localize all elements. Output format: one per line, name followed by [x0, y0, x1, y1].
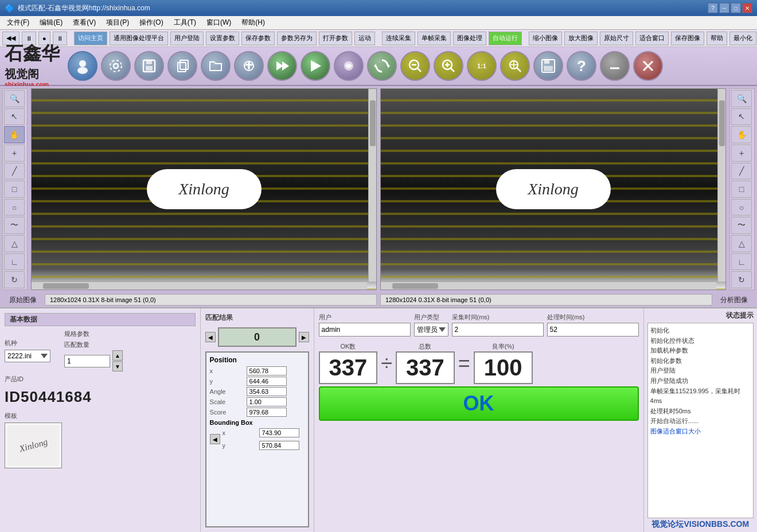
rtool-plus[interactable]: +: [731, 144, 752, 162]
icon-hand[interactable]: [234, 51, 264, 81]
rtool-wave[interactable]: 〜: [731, 217, 752, 234]
tool-triangle[interactable]: △: [4, 235, 25, 252]
btn-process[interactable]: 图像处理: [453, 32, 486, 45]
ok-label: OK数: [340, 342, 356, 351]
btn-login[interactable]: 用户登陆: [170, 32, 204, 45]
title-buttons: ? ─ □ ✕: [708, 3, 752, 13]
menu-help[interactable]: 帮助(H): [237, 17, 270, 29]
rtool-triangle[interactable]: △: [731, 235, 752, 252]
right-scrollbar-h[interactable]: [381, 281, 716, 290]
usertype-select[interactable]: 管理员: [414, 323, 448, 337]
btn-autorun[interactable]: 自动运行: [489, 32, 522, 45]
rtool-rect[interactable]: □: [731, 181, 752, 198]
btn-minimize[interactable]: 最小化: [729, 32, 756, 45]
btn-saveparam[interactable]: 保存参数: [241, 32, 275, 45]
btn-home[interactable]: 访问主页: [74, 32, 107, 45]
maximize-title-btn[interactable]: □: [731, 3, 741, 13]
btn-setparam[interactable]: 设置参数: [206, 32, 239, 45]
tool-plus[interactable]: +: [4, 144, 25, 162]
icon-user[interactable]: [68, 51, 97, 81]
tool-rect[interactable]: □: [4, 181, 25, 198]
menu-file[interactable]: 文件(F): [2, 17, 34, 29]
rtool-zoom[interactable]: 🔍: [731, 90, 752, 107]
match-count-down[interactable]: ▼: [112, 361, 123, 371]
btn-single[interactable]: 单帧采集: [417, 32, 451, 45]
icon-settings[interactable]: [101, 51, 131, 81]
btn-saveimg[interactable]: 保存图像: [671, 32, 704, 45]
log-title: 状态提示: [647, 311, 754, 320]
icon-imageprocess[interactable]: [334, 51, 364, 81]
right-scrollbar-v[interactable]: [717, 89, 725, 281]
icon-saveimage[interactable]: [533, 51, 563, 81]
menu-view[interactable]: 查看(V): [68, 17, 100, 29]
icon-autorun[interactable]: [367, 51, 397, 81]
rtool-hand[interactable]: ✋: [731, 126, 752, 143]
processtime-label: 处理时间(ms): [547, 313, 639, 322]
processtime-input[interactable]: [547, 323, 639, 337]
rtool-rotate[interactable]: ↻: [731, 271, 752, 288]
menu-tools[interactable]: 工具(T): [169, 17, 201, 29]
btn-saveas[interactable]: 参数另存为: [277, 32, 317, 45]
menu-project[interactable]: 项目(P): [102, 17, 134, 29]
tool-rotate[interactable]: ↻: [4, 271, 25, 288]
icon-help[interactable]: ?: [567, 51, 596, 81]
menu-window[interactable]: 窗口(W): [202, 17, 236, 29]
icon-open[interactable]: [201, 51, 231, 81]
btn-zoomout[interactable]: 缩小图像: [529, 32, 562, 45]
btn-platform[interactable]: 通用图像处理平台: [110, 32, 168, 45]
btn-openparam[interactable]: 打开参数: [319, 32, 352, 45]
icon-original-size[interactable]: 1:1: [467, 51, 497, 81]
result-nav-right[interactable]: ▶: [299, 332, 309, 342]
usertype-label: 用户类型: [414, 313, 448, 322]
right-cam-label-bg: Xinlong: [496, 169, 611, 209]
btn-motion[interactable]: 运动: [354, 32, 375, 45]
ok-button[interactable]: OK: [319, 386, 639, 421]
left-cam-label: Xinlong: [178, 180, 229, 198]
tool-angle[interactable]: ∟: [4, 253, 25, 271]
machine-select[interactable]: 2222.ini: [5, 350, 50, 362]
bounding-title: Bounding Box: [210, 419, 305, 426]
match-count-input[interactable]: [64, 355, 110, 367]
eq-symbol: =: [458, 351, 470, 375]
icon-minimize[interactable]: [600, 51, 630, 81]
icon-copy[interactable]: [167, 51, 197, 81]
collecttime-input[interactable]: [452, 323, 544, 337]
tool-line[interactable]: ╱: [4, 163, 25, 180]
tool-hand[interactable]: ✋: [4, 126, 25, 143]
btn-zoomin[interactable]: 放大图像: [564, 32, 598, 45]
icon-fastforward[interactable]: [267, 51, 297, 81]
log-content[interactable]: 初始化初始化控件状态加载机种参数初始化参数用户登陆用户登陆成功单帧采集11521…: [647, 323, 754, 518]
tool-circle[interactable]: ○: [4, 199, 25, 216]
icon-zoomin[interactable]: [434, 51, 463, 81]
icon-zoomout[interactable]: [400, 51, 430, 81]
tool-wave[interactable]: 〜: [4, 217, 25, 234]
btn-continuous[interactable]: 连续采集: [382, 32, 415, 45]
template-image: Xinlong: [7, 425, 59, 466]
user-input[interactable]: [319, 323, 411, 337]
rtool-cursor[interactable]: ↖: [731, 108, 752, 126]
menu-operate[interactable]: 操作(O): [135, 17, 167, 29]
icon-fitwindow[interactable]: [500, 51, 530, 81]
result-nav-left[interactable]: ◀: [205, 332, 216, 342]
tool-cursor[interactable]: ↖: [4, 108, 25, 126]
bounding-left-btn[interactable]: ◀: [210, 434, 220, 444]
left-scrollbar-v[interactable]: [368, 89, 376, 281]
btn-help[interactable]: 帮助: [707, 32, 727, 45]
minimize-title-btn[interactable]: ─: [719, 3, 729, 13]
tool-zoom[interactable]: 🔍: [4, 90, 25, 107]
left-scrollbar-h[interactable]: [32, 281, 367, 290]
icon-play[interactable]: [301, 51, 330, 81]
match-count-up[interactable]: ▲: [112, 350, 123, 361]
help-title-btn[interactable]: ?: [708, 3, 718, 13]
menu-edit[interactable]: 编辑(E): [35, 17, 67, 29]
icon-exit[interactable]: [633, 51, 663, 81]
icon-save[interactable]: [134, 51, 164, 81]
rtool-line[interactable]: ╱: [731, 163, 752, 180]
btn-fitwindow[interactable]: 适合窗口: [635, 32, 669, 45]
svg-marker-12: [311, 60, 321, 72]
rtool-angle[interactable]: ∟: [731, 253, 752, 271]
btn-original[interactable]: 原始尺寸: [600, 32, 633, 45]
close-title-btn[interactable]: ✕: [742, 3, 752, 13]
rtool-circle[interactable]: ○: [731, 199, 752, 216]
spec-content: 匹配数量 ▲ ▼: [64, 341, 123, 371]
